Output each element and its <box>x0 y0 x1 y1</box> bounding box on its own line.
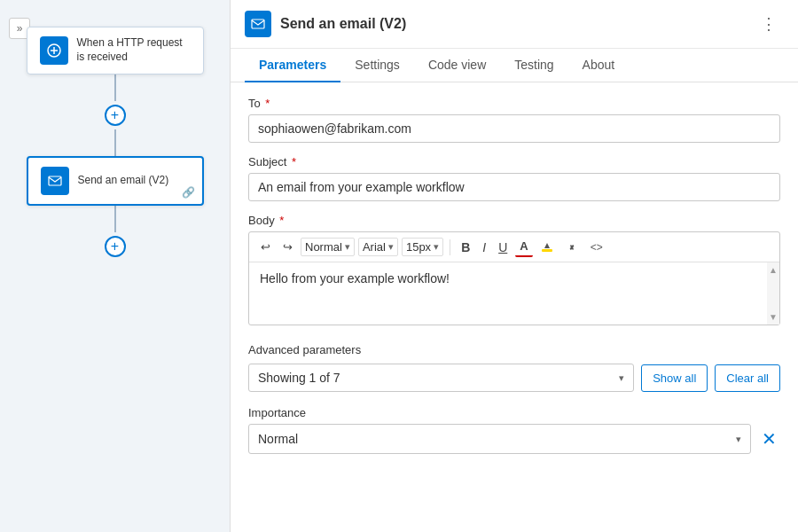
importance-delete-button[interactable]: ✕ <box>758 425 780 453</box>
email-node-icon <box>41 167 69 195</box>
advanced-params-dropdown[interactable]: Showing 1 of 7 ▾ <box>248 364 634 392</box>
connector-3 <box>114 206 116 232</box>
toolbar-separator-1 <box>450 239 450 255</box>
importance-row: Normal ▾ ✕ <box>248 424 780 454</box>
email-node-label: Send an email (V2) <box>78 174 169 188</box>
connector-1 <box>114 74 116 101</box>
importance-chevron: ▾ <box>736 434 741 445</box>
format-dropdown[interactable]: Normal ▾ <box>301 238 355 256</box>
workflow-canvas: » When a HTTP request is received + Send… <box>0 0 231 532</box>
http-node-icon <box>40 36 68 65</box>
importance-label: Importance <box>248 406 780 419</box>
http-node-label: When a HTTP request is received <box>77 36 191 64</box>
italic-button[interactable]: I <box>478 238 490 257</box>
http-trigger-node[interactable]: When a HTTP request is received <box>27 27 204 74</box>
tab-about[interactable]: About <box>568 49 630 82</box>
rte-body: Hello from your example workflow! ▲ ▼ <box>249 262 779 325</box>
clear-all-button[interactable]: Clear all <box>715 364 780 392</box>
importance-dropdown[interactable]: Normal ▾ <box>248 424 751 454</box>
bold-button[interactable]: B <box>457 238 474 257</box>
subject-label: Subject * <box>248 155 780 168</box>
add-step-button-2[interactable]: + <box>105 236 126 257</box>
tab-parameters[interactable]: Parameters <box>245 49 340 82</box>
tab-bar: Parameters Settings Code view Testing Ab… <box>231 49 798 82</box>
subject-input[interactable] <box>248 173 780 201</box>
body-field-group: Body * ↩ ↪ Normal ▾ Arial ▾ 15px <box>248 214 780 325</box>
show-all-button[interactable]: Show all <box>641 364 708 392</box>
advanced-controls: Showing 1 of 7 ▾ Show all Clear all <box>248 364 780 392</box>
rte-content-area[interactable]: Hello from your example workflow! <box>249 262 779 325</box>
to-field-group: To * <box>248 97 780 143</box>
advanced-label: Advanced parameters <box>248 343 780 356</box>
rte-toolbar: ↩ ↪ Normal ▾ Arial ▾ 15px ▾ B <box>249 232 779 262</box>
underline-button[interactable]: U <box>494 238 512 257</box>
advanced-parameters-section: Advanced parameters Showing 1 of 7 ▾ Sho… <box>248 343 780 392</box>
subject-field-group: Subject * <box>248 155 780 201</box>
send-email-node[interactable]: Send an email (V2) 🔗 <box>27 156 204 206</box>
scroll-up-button[interactable]: ▲ <box>769 265 778 275</box>
tab-code-view[interactable]: Code view <box>414 49 500 82</box>
size-dropdown[interactable]: 15px ▾ <box>402 238 443 256</box>
undo-button[interactable]: ↩ <box>256 238 275 256</box>
redo-button[interactable]: ↪ <box>278 238 297 256</box>
font-color-button[interactable]: A <box>515 237 532 257</box>
connector-2 <box>114 129 116 156</box>
panel-body: To * Subject * Body * ↩ ↪ Normal <box>231 82 798 532</box>
svg-rect-3 <box>542 249 552 252</box>
importance-section: Importance Normal ▾ ✕ <box>248 406 780 454</box>
svg-rect-1 <box>49 176 61 185</box>
more-options-button[interactable]: ⋮ <box>754 11 784 37</box>
svg-rect-2 <box>252 20 264 28</box>
panel-title: Send an email (V2) <box>280 16 745 32</box>
code-button[interactable]: <> <box>586 239 607 256</box>
detail-panel: Send an email (V2) ⋮ Parameters Settings… <box>231 0 798 532</box>
highlight-button[interactable] <box>536 239 558 256</box>
scroll-down-button[interactable]: ▼ <box>769 312 778 322</box>
font-dropdown[interactable]: Arial ▾ <box>358 238 398 256</box>
rte-scrollbar[interactable]: ▲ ▼ <box>767 262 779 325</box>
link-button[interactable] <box>561 239 583 256</box>
add-step-button-1[interactable]: + <box>105 105 126 126</box>
link-icon: 🔗 <box>182 186 195 199</box>
to-label: To * <box>248 97 780 110</box>
advanced-dropdown-chevron: ▾ <box>619 372 624 384</box>
tab-testing[interactable]: Testing <box>500 49 567 82</box>
body-label: Body * <box>248 214 780 227</box>
to-input[interactable] <box>248 114 780 143</box>
panel-header-icon <box>245 11 271 37</box>
panel-header: Send an email (V2) ⋮ <box>231 0 798 49</box>
rich-text-editor: ↩ ↪ Normal ▾ Arial ▾ 15px ▾ B <box>248 231 780 325</box>
tab-settings[interactable]: Settings <box>340 49 414 82</box>
